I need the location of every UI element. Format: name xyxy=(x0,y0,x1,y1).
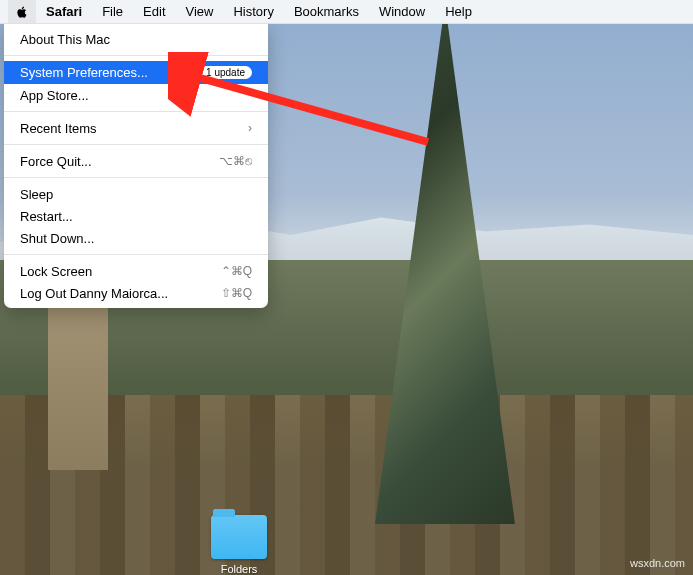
menu-label: Shut Down... xyxy=(20,231,94,246)
divider xyxy=(4,55,268,56)
keyboard-shortcut: ⇧⌘Q xyxy=(221,286,252,300)
update-badge: 1 update xyxy=(199,66,252,79)
apple-dropdown-menu: About This Mac System Preferences... 1 u… xyxy=(4,24,268,308)
menu-edit[interactable]: Edit xyxy=(133,0,175,23)
menu-restart[interactable]: Restart... xyxy=(4,205,268,227)
menu-label: About This Mac xyxy=(20,32,110,47)
menu-label: Sleep xyxy=(20,187,53,202)
menu-label: Recent Items xyxy=(20,121,97,136)
folder-icon xyxy=(211,515,267,559)
menu-help[interactable]: Help xyxy=(435,0,482,23)
divider xyxy=(4,254,268,255)
menu-history[interactable]: History xyxy=(223,0,283,23)
keyboard-shortcut: ⌥⌘⎋ xyxy=(219,154,252,168)
menu-label: System Preferences... xyxy=(20,65,148,80)
menu-window[interactable]: Window xyxy=(369,0,435,23)
menu-label: Force Quit... xyxy=(20,154,92,169)
menu-shut-down[interactable]: Shut Down... xyxy=(4,227,268,249)
menu-lock-screen[interactable]: Lock Screen ⌃⌘Q xyxy=(4,260,268,282)
menu-app-name[interactable]: Safari xyxy=(36,0,92,23)
menu-recent-items[interactable]: Recent Items › xyxy=(4,117,268,139)
menu-app-store[interactable]: App Store... xyxy=(4,84,268,106)
menu-bookmarks[interactable]: Bookmarks xyxy=(284,0,369,23)
menu-label: Restart... xyxy=(20,209,73,224)
menubar: Safari File Edit View History Bookmarks … xyxy=(0,0,693,24)
watermark: wsxdn.com xyxy=(630,557,685,569)
desktop-folder[interactable]: Folders xyxy=(204,515,274,575)
folder-label: Folders xyxy=(204,563,274,575)
apple-menu-icon[interactable] xyxy=(8,0,36,23)
menu-sleep[interactable]: Sleep xyxy=(4,183,268,205)
divider xyxy=(4,144,268,145)
divider xyxy=(4,111,268,112)
menu-log-out[interactable]: Log Out Danny Maiorca... ⇧⌘Q xyxy=(4,282,268,304)
menu-label: App Store... xyxy=(20,88,89,103)
menu-system-preferences[interactable]: System Preferences... 1 update xyxy=(4,61,268,84)
menu-force-quit[interactable]: Force Quit... ⌥⌘⎋ xyxy=(4,150,268,172)
divider xyxy=(4,177,268,178)
menu-file[interactable]: File xyxy=(92,0,133,23)
keyboard-shortcut: ⌃⌘Q xyxy=(221,264,252,278)
menu-view[interactable]: View xyxy=(176,0,224,23)
menu-about-this-mac[interactable]: About This Mac xyxy=(4,28,268,50)
menu-label: Lock Screen xyxy=(20,264,92,279)
chevron-right-icon: › xyxy=(248,121,252,135)
menu-label: Log Out Danny Maiorca... xyxy=(20,286,168,301)
